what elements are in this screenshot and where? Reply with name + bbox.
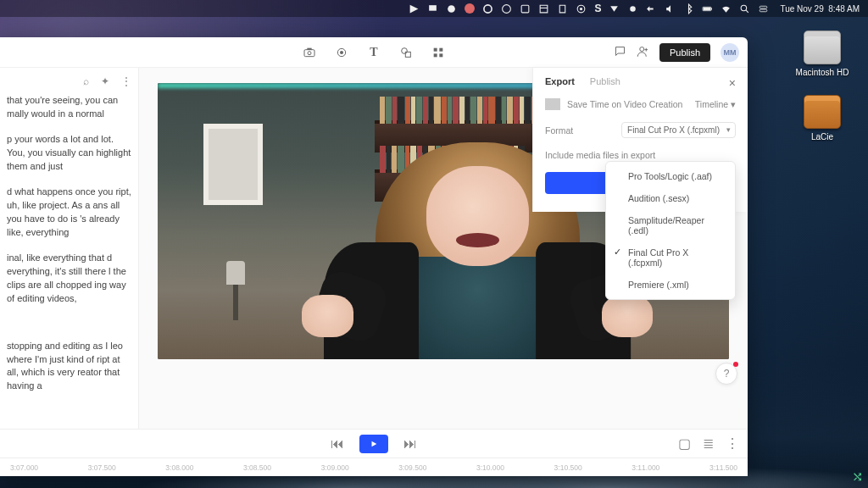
text-icon[interactable]: T (367, 46, 381, 59)
transcript-sidebar: ⌕ ✦ ⋮ that you're seeing, you can mally … (0, 68, 139, 429)
menubar-status-red[interactable] (465, 3, 475, 14)
svg-rect-19 (434, 47, 437, 51)
sparkle-icon[interactable]: ✦ (101, 75, 109, 89)
skip-back-icon[interactable]: ⏮ (331, 436, 344, 452)
svg-point-5 (631, 6, 637, 12)
svg-rect-14 (307, 47, 311, 49)
scope-select[interactable]: Timeline ▾ (695, 99, 736, 109)
tab-export[interactable]: Export (545, 76, 575, 86)
menubar-icon[interactable] (520, 3, 531, 14)
svg-rect-20 (439, 47, 442, 51)
format-dropdown: Pro Tools/Logic (.aaf)Audition (.sesx)Sa… (605, 161, 736, 300)
ruler-mark: 3:08.500 (243, 463, 271, 472)
svg-rect-11 (760, 9, 768, 12)
menubar-icon[interactable] (627, 3, 638, 14)
more-icon[interactable]: ⋮ (121, 75, 131, 89)
camera-icon[interactable] (303, 46, 316, 59)
ruler-mark: 3:07.500 (88, 463, 116, 472)
clock-time: 8:48 AM (828, 4, 860, 14)
publish-button[interactable]: Publish (659, 43, 710, 62)
timeline-view-icon[interactable]: ≣ (703, 435, 714, 452)
svg-point-23 (640, 47, 644, 51)
transcript-line[interactable]: inal, like everything that d everything,… (7, 252, 131, 306)
ruler-mark: 3:11.500 (709, 463, 737, 472)
app-toolbar: T Publish MM (0, 37, 748, 68)
desktop-icon-lacie[interactable]: LaCie (795, 95, 849, 141)
menubar-icon[interactable] (409, 3, 420, 14)
format-option[interactable]: Audition (.sesx) (606, 187, 735, 209)
transcript-line[interactable]: stopping and editing as I leo where I'm … (7, 340, 131, 394)
menubar-icon[interactable] (501, 3, 512, 14)
include-media-label: Include media files in export (545, 150, 655, 160)
transport-bar: ⏮ ⏭ ▢ ≣ ⋮ (0, 429, 748, 458)
ruler-mark: 3:10.500 (554, 463, 582, 472)
skip-forward-icon[interactable]: ⏭ (403, 436, 417, 452)
search-icon[interactable] (739, 3, 750, 14)
menubar-icon[interactable] (557, 3, 568, 14)
svg-rect-10 (760, 6, 768, 8)
grid-icon[interactable] (431, 46, 445, 59)
add-person-icon[interactable] (637, 45, 649, 61)
format-option[interactable]: Final Cut Pro X (.fcpxml) (606, 241, 735, 274)
ruler-mark: 3:07.000 (10, 463, 38, 472)
transcript-line[interactable]: d what happens once you ript, uh, like p… (7, 186, 131, 240)
svg-point-1 (503, 4, 511, 13)
user-avatar[interactable]: MM (721, 43, 739, 62)
svg-rect-22 (439, 53, 442, 57)
shapes-icon[interactable] (399, 46, 413, 59)
ruler-mark: 3:09.000 (321, 463, 349, 472)
project-thumbnail (545, 98, 560, 110)
transcript-line[interactable]: that you're seeing, you can mally would … (7, 94, 131, 121)
play-button[interactable] (359, 435, 388, 453)
svg-rect-8 (711, 8, 712, 9)
ruler-mark: 3:11.000 (632, 463, 659, 472)
descript-window: T Publish MM ⌕ ✦ ⋮ that you're seeing, y… (0, 37, 748, 476)
battery-icon[interactable] (702, 3, 713, 14)
format-select[interactable]: Final Cut Pro X (.fcpxml) (621, 122, 736, 138)
menubar-icon[interactable] (538, 3, 549, 14)
svg-point-9 (742, 5, 748, 11)
menubar-clock[interactable]: Tue Nov 29 8:48 AM (780, 4, 860, 14)
project-title: Save Time on Video Creation (567, 99, 682, 109)
volume-icon[interactable] (665, 3, 676, 14)
timeline-ruler[interactable]: 3:07.0003:07.5003:08.0003:08.5003:09.000… (0, 458, 748, 476)
menubar-icon[interactable] (609, 3, 620, 14)
control-center-icon[interactable] (758, 3, 769, 14)
svg-point-16 (340, 51, 343, 54)
menubar-s-icon[interactable]: S (594, 3, 601, 14)
record-icon[interactable] (335, 46, 348, 59)
menubar-icon[interactable] (446, 3, 457, 14)
format-option[interactable]: Pro Tools/Logic (.aaf) (606, 165, 735, 187)
clock-date: Nov 29 (797, 4, 824, 14)
more-icon[interactable]: ⋮ (726, 435, 739, 452)
tab-publish[interactable]: Publish (590, 76, 620, 86)
layout-icon[interactable]: ▢ (678, 435, 691, 452)
ruler-mark: 3:09.500 (398, 463, 426, 472)
drive-icon (804, 95, 841, 129)
menubar-icon[interactable] (646, 3, 657, 14)
svg-point-17 (402, 47, 408, 53)
comment-icon[interactable] (614, 45, 626, 61)
svg-rect-12 (304, 49, 314, 56)
desktop-icon-label: Macintosh HD (795, 68, 849, 77)
desktop-icon-label: LaCie (795, 132, 849, 141)
transcript-line[interactable]: p your words a lot and lot. You, you vis… (7, 133, 131, 174)
format-label: Format (545, 125, 573, 136)
help-fab[interactable]: ? (715, 363, 737, 385)
format-option[interactable]: Premiere (.xml) (606, 274, 735, 296)
bluetooth-icon[interactable] (683, 3, 694, 14)
menubar-icon[interactable] (576, 3, 587, 14)
ruler-mark: 3:08.000 (165, 463, 193, 472)
wifi-icon[interactable] (721, 3, 732, 14)
close-icon[interactable]: × (729, 76, 736, 90)
desktop-icon-macintosh-hd[interactable]: Macintosh HD (795, 30, 849, 77)
svg-rect-7 (704, 7, 711, 9)
page-fold-icon: ⤭ (852, 469, 863, 485)
toolbar-center-tools: T (303, 46, 445, 59)
svg-point-13 (308, 51, 311, 54)
menubar-icon[interactable] (427, 3, 438, 14)
search-icon[interactable]: ⌕ (83, 75, 89, 89)
format-option[interactable]: Samplitude/Reaper (.edl) (606, 209, 735, 241)
macos-menubar: S Tue Nov 29 8:48 AM (0, 0, 868, 17)
menubar-icon[interactable] (482, 3, 493, 14)
